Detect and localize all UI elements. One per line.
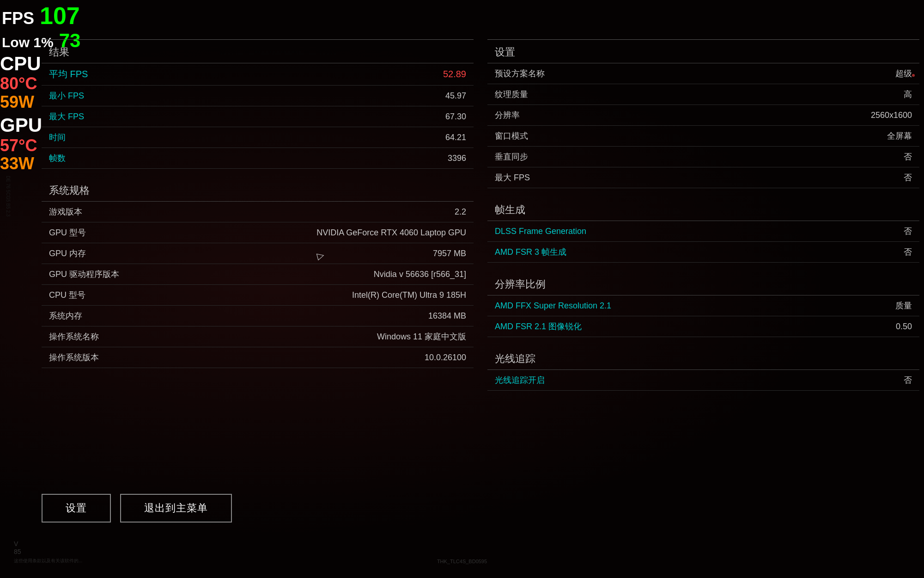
row-value: 0.50 (836, 316, 919, 337)
settings-section-title: 设置 (487, 40, 919, 63)
bottom-center-text: THK_TLC4S_BD0595 (437, 559, 487, 564)
resolution-ratio-table: AMD FFX Super Resolution 2.1质量AMD FSR 2.… (487, 295, 919, 337)
buttons-row: 设置 退出到主菜单 (42, 494, 232, 523)
row-label: 最大 FPS (42, 106, 295, 127)
bottom-watermark: V85 这些使用条款以及有关该软件的... (14, 540, 82, 564)
row-label: 操作系统版本 (42, 347, 189, 368)
table-row: CPU 型号Intel(R) Core(TM) Ultra 9 185H (42, 285, 474, 306)
ray-tracing-table: 光线追踪开启否 (487, 370, 919, 391)
row-value: Intel(R) Core(TM) Ultra 9 185H (189, 285, 474, 306)
table-row: 操作系统版本10.0.26100 (42, 347, 474, 368)
row-value: 3396 (295, 148, 474, 169)
table-row: DLSS Frame Generation否 (487, 221, 919, 242)
row-value: 全屏幕 (719, 126, 919, 147)
frame-gen-table: DLSS Frame Generation否AMD FSR 3 帧生成否 (487, 221, 919, 263)
row-label: 平均 FPS (42, 63, 295, 86)
row-label: 窗口模式 (487, 126, 719, 147)
exit-button[interactable]: 退出到主菜单 (120, 494, 232, 523)
row-value: 45.97 (295, 86, 474, 106)
row-label: 最大 FPS (487, 167, 719, 188)
row-value: 10.0.26100 (189, 347, 474, 368)
table-row: 窗口模式全屏幕 (487, 126, 919, 147)
row-value: Windows 11 家庭中文版 (189, 326, 474, 347)
gpu-power: 33W (0, 154, 42, 173)
cpu-temp: 80°C (0, 74, 42, 93)
table-row: 系统内存16384 MB (42, 306, 474, 326)
table-row: 纹理质量高 (487, 84, 919, 105)
table-row: 垂直同步否 (487, 147, 919, 167)
table-row: AMD FSR 2.1 图像锐化0.50 (487, 316, 919, 337)
row-value: 否 (719, 167, 919, 188)
right-panel: 设置 预设方案名称超级纹理质量高分辨率2560x1600窗口模式全屏幕垂直同步否… (487, 39, 919, 391)
results-section-title: 结果 (42, 40, 474, 63)
row-value: 超级 (719, 63, 919, 84)
fps-value: 107 (40, 4, 80, 28)
table-row: GPU 驱动程序版本Nvidia v 56636 [r566_31] (42, 264, 474, 285)
row-label: 系统内存 (42, 306, 189, 326)
row-label: 分辨率 (487, 105, 719, 126)
settings-table: 预设方案名称超级纹理质量高分辨率2560x1600窗口模式全屏幕垂直同步否最大 … (487, 63, 919, 188)
cpu-power: 59W (0, 93, 42, 111)
row-value: 2560x1600 (719, 105, 919, 126)
row-label: AMD FFX Super Resolution 2.1 (487, 295, 836, 316)
results-table: 平均 FPS52.89最小 FPS45.97最大 FPS67.30时间64.21… (42, 63, 474, 169)
row-label: 光线追踪开启 (487, 370, 806, 391)
cpu-stat-group: CPU 80°C 59W (0, 53, 42, 111)
ray-tracing-section-title: 光线追踪 (487, 346, 919, 370)
row-value: Nvidia v 56636 [r566_31] (189, 264, 474, 285)
table-row: GPU 型号NVIDIA GeForce RTX 4060 Laptop GPU (42, 222, 474, 243)
row-value: 16384 MB (189, 306, 474, 326)
row-label: AMD FSR 3 帧生成 (487, 242, 842, 263)
left-hardware-stats: CPU 80°C 59W GPU 57°C 33W (0, 53, 42, 177)
row-value: 67.30 (295, 106, 474, 127)
row-value: NVIDIA GeForce RTX 4060 Laptop GPU (189, 222, 474, 243)
gpu-label: GPU (0, 115, 42, 136)
row-value: 否 (842, 221, 919, 242)
fps-label: FPS (2, 10, 34, 27)
table-row: 分辨率2560x1600 (487, 105, 919, 126)
specs-table: 游戏版本2.2GPU 型号NVIDIA GeForce RTX 4060 Lap… (42, 202, 474, 368)
row-label: AMD FSR 2.1 图像锐化 (487, 316, 836, 337)
main-panel: 结果 平均 FPS52.89最小 FPS45.97最大 FPS67.30时间64… (42, 39, 919, 391)
row-value: 52.89 (295, 63, 474, 86)
row-value: 否 (842, 242, 919, 263)
row-label: GPU 内存 (42, 243, 189, 264)
row-label: 预设方案名称 (487, 63, 719, 84)
table-row: 操作系统名称Windows 11 家庭中文版 (42, 326, 474, 347)
row-value: 质量 (836, 295, 919, 316)
row-label: 垂直同步 (487, 147, 719, 167)
table-row: 最小 FPS45.97 (42, 86, 474, 106)
table-row: 预设方案名称超级 (487, 63, 919, 84)
row-label: 帧数 (42, 148, 295, 169)
table-row: 帧数3396 (42, 148, 474, 169)
row-label: 操作系统名称 (42, 326, 189, 347)
table-row: GPU 内存7957 MB (42, 243, 474, 264)
row-value: 高 (719, 84, 919, 105)
row-value: 7957 MB (189, 243, 474, 264)
row-value: 否 (806, 370, 919, 391)
row-value: 否 (719, 147, 919, 167)
table-row: 时间64.21 (42, 127, 474, 148)
table-row: 最大 FPS67.30 (42, 106, 474, 127)
table-row: 最大 FPS否 (487, 167, 919, 188)
table-row: 游戏版本2.2 (42, 202, 474, 222)
table-row: 光线追踪开启否 (487, 370, 919, 391)
table-row: AMD FFX Super Resolution 2.1质量 (487, 295, 919, 316)
fps-row: FPS 107 (2, 4, 80, 28)
gpu-temp: 57°C (0, 136, 42, 155)
row-label: CPU 型号 (42, 285, 189, 306)
left-panel: 结果 平均 FPS52.89最小 FPS45.97最大 FPS67.30时间64… (42, 39, 474, 391)
red-dot-decoration (912, 74, 915, 77)
row-value: 2.2 (189, 202, 474, 222)
settings-button[interactable]: 设置 (42, 494, 111, 523)
row-label: GPU 型号 (42, 222, 189, 243)
resolution-ratio-section-title: 分辨率比例 (487, 272, 919, 295)
table-row: AMD FSR 3 帧生成否 (487, 242, 919, 263)
row-label: 游戏版本 (42, 202, 189, 222)
row-label: 最小 FPS (42, 86, 295, 106)
row-value: 64.21 (295, 127, 474, 148)
table-row: 平均 FPS52.89 (42, 63, 474, 86)
specs-section-title: 系统规格 (42, 178, 474, 202)
row-label: 纹理质量 (487, 84, 719, 105)
gpu-stat-group: GPU 57°C 33W (0, 115, 42, 172)
